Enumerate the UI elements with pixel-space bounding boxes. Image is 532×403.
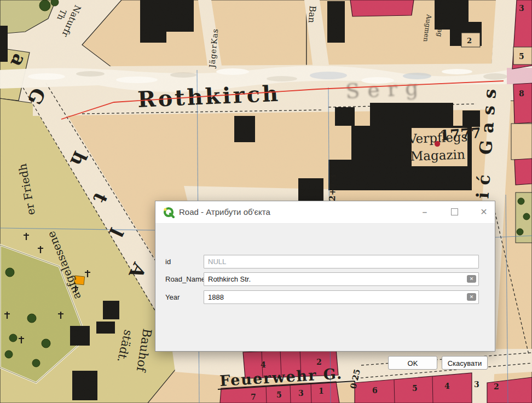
clear-field-icon[interactable]: ✕ [467,275,476,283]
year-input[interactable] [204,290,479,304]
qgis-window: Rothkirch Serg Senković Gass JägerKas Ba… [0,0,532,403]
id-input[interactable] [204,255,479,268]
dialog-body: id Road_Name Year ✕ ✕ OK Скасувати [155,224,495,351]
dialog-titlebar[interactable]: Road - Атрибути об'єкта – ✕ [155,201,495,224]
field-label-id: id [165,255,171,268]
field-label-road-name: Road_Name [165,272,205,286]
ok-button[interactable]: OK [388,356,437,370]
dialog-title: Road - Атрибути об'єкта [179,201,270,223]
maximize-icon[interactable] [444,201,464,223]
close-icon[interactable]: ✕ [474,201,494,223]
field-label-year: Year [165,290,180,304]
attribute-dialog: Road - Атрибути об'єкта – ✕ id Road_Name… [155,201,495,352]
minimize-icon[interactable]: – [415,201,435,223]
road-name-input[interactable] [204,272,479,286]
clear-field-icon[interactable]: ✕ [467,293,476,301]
id-field-wrap [204,255,479,268]
road-name-field-wrap: ✕ [204,272,479,286]
year-field-wrap: ✕ [204,290,479,304]
qgis-logo-icon [163,206,175,218]
cancel-button[interactable]: Скасувати [442,356,488,370]
